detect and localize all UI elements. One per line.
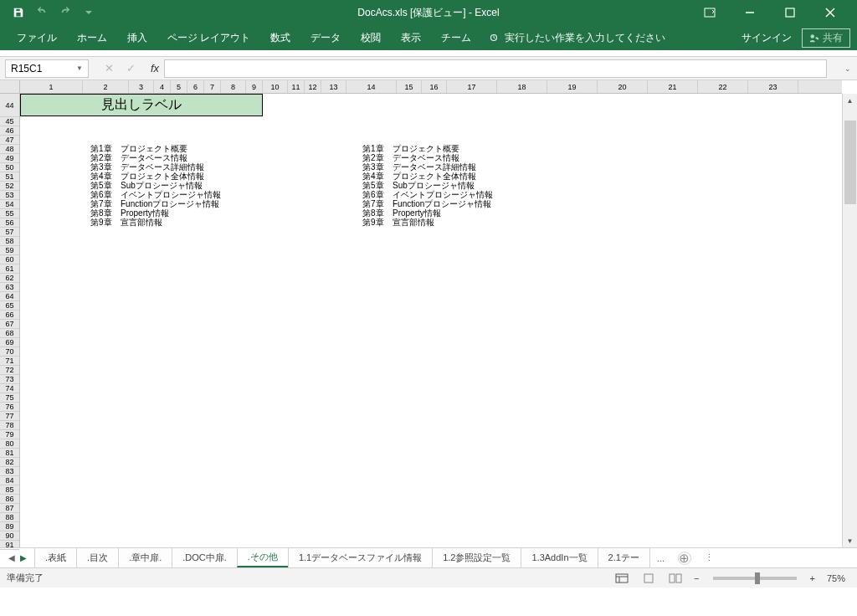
- row-header[interactable]: 81: [0, 449, 19, 458]
- close-button[interactable]: [813, 3, 847, 23]
- ribbon-tab[interactable]: ホーム: [67, 25, 117, 50]
- column-header[interactable]: 12: [305, 80, 321, 93]
- qat-customize-button[interactable]: [79, 3, 99, 23]
- row-header[interactable]: 89: [0, 522, 19, 531]
- grid-cells[interactable]: 見出しラベル 第1章プロジェクト概要第2章データベース情報第3章データベース詳細…: [20, 94, 842, 547]
- name-box[interactable]: R15C1 ▼: [5, 59, 89, 78]
- row-header[interactable]: 68: [0, 329, 19, 338]
- column-header[interactable]: 19: [547, 80, 598, 93]
- row-header[interactable]: 60: [0, 255, 19, 264]
- row-header[interactable]: 55: [0, 209, 19, 218]
- vertical-scrollbar[interactable]: ▲ ▼: [842, 94, 857, 547]
- row-header[interactable]: 44: [0, 94, 19, 117]
- share-button[interactable]: 共有: [802, 28, 850, 48]
- column-header[interactable]: 22: [698, 80, 748, 93]
- maximize-button[interactable]: [773, 3, 807, 23]
- scroll-thumb[interactable]: [844, 121, 856, 204]
- row-header[interactable]: 56: [0, 218, 19, 228]
- signin-link[interactable]: サインイン: [742, 31, 792, 45]
- row-header[interactable]: 77: [0, 412, 19, 421]
- row-header[interactable]: 63: [0, 283, 19, 292]
- formula-expand-button[interactable]: ⌄: [842, 64, 854, 73]
- page-break-view-button[interactable]: [664, 571, 687, 586]
- sheet-tab[interactable]: 1.3AddIn一覧: [521, 548, 598, 567]
- column-header[interactable]: 14: [346, 80, 397, 93]
- row-header[interactable]: 91: [0, 541, 19, 550]
- row-header[interactable]: 75: [0, 393, 19, 403]
- row-header[interactable]: 49: [0, 154, 19, 163]
- sheet-tab[interactable]: 2.1テー: [598, 548, 650, 567]
- row-header[interactable]: 54: [0, 200, 19, 209]
- row-header[interactable]: 82: [0, 458, 19, 467]
- ribbon-tab[interactable]: チーム: [431, 25, 481, 50]
- header-label-cell[interactable]: 見出しラベル: [20, 94, 263, 116]
- row-header[interactable]: 87: [0, 504, 19, 513]
- save-button[interactable]: [8, 3, 28, 23]
- sheet-tab[interactable]: 1.2参照設定一覧: [432, 548, 521, 567]
- row-header[interactable]: 71: [0, 357, 19, 366]
- sheet-tabs-more[interactable]: ...: [650, 553, 671, 563]
- column-header[interactable]: 2: [83, 80, 129, 93]
- column-header[interactable]: 21: [648, 80, 698, 93]
- redo-button[interactable]: [55, 3, 75, 23]
- row-header[interactable]: 76: [0, 403, 19, 412]
- column-header[interactable]: 5: [171, 80, 187, 93]
- ribbon-tab[interactable]: 表示: [391, 25, 431, 50]
- formula-input[interactable]: [164, 59, 827, 78]
- row-header[interactable]: 64: [0, 292, 19, 301]
- zoom-percentage[interactable]: 75%: [822, 573, 850, 583]
- sheet-tab[interactable]: .DOC中扉.: [172, 548, 238, 567]
- page-layout-view-button[interactable]: [637, 571, 660, 586]
- column-header[interactable]: 23: [748, 80, 798, 93]
- row-header[interactable]: 45: [0, 117, 19, 126]
- row-header[interactable]: 74: [0, 384, 19, 393]
- ribbon-tab[interactable]: 挿入: [117, 25, 157, 50]
- sheet-options[interactable]: ⋮: [698, 552, 721, 563]
- minimize-button[interactable]: [733, 3, 767, 23]
- row-header[interactable]: 67: [0, 320, 19, 329]
- zoom-slider-thumb[interactable]: [755, 572, 760, 584]
- column-header[interactable]: 1: [20, 80, 83, 93]
- add-sheet-button[interactable]: ⊕: [678, 552, 691, 565]
- row-header[interactable]: 48: [0, 145, 19, 154]
- normal-view-button[interactable]: [610, 571, 634, 586]
- sheet-tab[interactable]: .章中扉.: [118, 548, 172, 567]
- row-header[interactable]: 66: [0, 311, 19, 320]
- worksheet-grid[interactable]: 1234567891011121314151617181920212223 44…: [0, 80, 857, 547]
- tell-me-search[interactable]: 実行したい作業を入力してください: [488, 31, 665, 45]
- row-header[interactable]: 69: [0, 338, 19, 347]
- undo-button[interactable]: [32, 3, 52, 23]
- zoom-slider[interactable]: [713, 577, 797, 580]
- row-header[interactable]: 65: [0, 301, 19, 311]
- row-header[interactable]: 47: [0, 136, 19, 145]
- column-header[interactable]: 8: [221, 80, 246, 93]
- row-header[interactable]: 78: [0, 421, 19, 430]
- zoom-out-button[interactable]: −: [690, 573, 702, 583]
- column-headers[interactable]: 1234567891011121314151617181920212223: [20, 80, 842, 94]
- column-header[interactable]: 15: [397, 80, 422, 93]
- row-header[interactable]: 72: [0, 366, 19, 375]
- row-header[interactable]: 53: [0, 191, 19, 200]
- row-header[interactable]: 50: [0, 163, 19, 172]
- ribbon-tab[interactable]: ページ レイアウト: [157, 25, 260, 50]
- row-header[interactable]: 86: [0, 495, 19, 504]
- row-header[interactable]: 59: [0, 246, 19, 255]
- ribbon-display-button[interactable]: [693, 3, 726, 23]
- scroll-down-arrow[interactable]: ▼: [843, 534, 857, 547]
- column-header[interactable]: 9: [246, 80, 263, 93]
- scroll-up-arrow[interactable]: ▲: [843, 94, 857, 107]
- chevron-down-icon[interactable]: ▼: [76, 64, 83, 72]
- row-header[interactable]: 84: [0, 476, 19, 485]
- row-headers[interactable]: 4445464748495051525354555657585960616263…: [0, 80, 20, 547]
- column-header[interactable]: 6: [187, 80, 204, 93]
- ribbon-tab[interactable]: 校閲: [351, 25, 391, 50]
- sheet-tab[interactable]: .その他: [237, 548, 289, 567]
- row-header[interactable]: 80: [0, 439, 19, 449]
- fx-icon[interactable]: fx: [146, 62, 164, 74]
- column-header[interactable]: 7: [204, 80, 221, 93]
- sheet-tab[interactable]: 1.1データベースファイル情報: [288, 548, 433, 567]
- column-header[interactable]: 20: [598, 80, 648, 93]
- select-all-corner[interactable]: [0, 80, 20, 94]
- row-header[interactable]: 90: [0, 531, 19, 541]
- data-row[interactable]: 第9章宣言部情報: [359, 218, 627, 227]
